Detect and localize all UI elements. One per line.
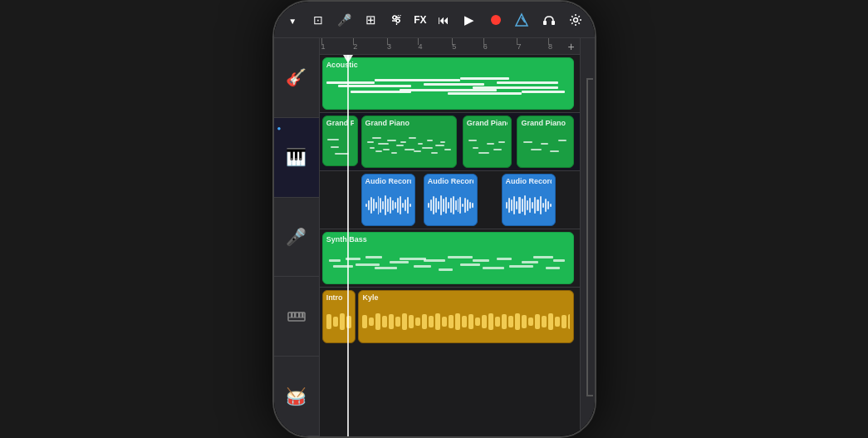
waveform-3: [506, 193, 552, 218]
play-button[interactable]: ▶: [458, 7, 482, 33]
add-track-button[interactable]: +: [565, 40, 578, 53]
ruler-mark-6: 6: [483, 38, 488, 54]
settings-svg: [568, 12, 583, 27]
timeline-area: 🎸 ● 🎹 🎤: [274, 38, 595, 436]
fx-label: FX: [414, 14, 426, 26]
mixer-button[interactable]: ⋮̈: [385, 7, 409, 33]
mic-button[interactable]: 🎤: [332, 7, 356, 33]
track-synth-bass: Synth Bass: [320, 229, 580, 288]
toolbar: ⊡ 🎤 ⊞ ⋮̈ FX ⏮: [274, 2, 595, 38]
svg-rect-14: [302, 313, 304, 317]
track-audio-content[interactable]: Audio Recorder: [320, 171, 580, 229]
track-icon-piano[interactable]: ● 🎹: [274, 118, 319, 198]
midi-notes-gp4: [521, 128, 570, 165]
grid-button[interactable]: ⊞: [358, 7, 382, 33]
clip-audio-2-content: [428, 186, 474, 224]
play-icon: ▶: [464, 12, 474, 27]
clip-grand-piano-left-label[interactable]: Grand Piano: [322, 116, 359, 166]
metronome-button[interactable]: [509, 7, 533, 33]
clip-intro-content: [326, 303, 352, 341]
ruler-mark-2: 2: [353, 38, 357, 54]
ruler-mark-1: 1: [321, 38, 326, 54]
svg-rect-13: [298, 313, 301, 317]
clip-acoustic-content: [326, 70, 571, 107]
clip-audio-3-label: Audio Recorder: [506, 176, 552, 186]
selected-indicator: ●: [277, 125, 282, 132]
clip-acoustic-label: Acoustic: [326, 60, 571, 70]
clip-grand-piano-main[interactable]: Grand Piano: [361, 116, 458, 168]
mic-icon: 🎤: [337, 13, 351, 27]
track-icon-acoustic[interactable]: 🎸: [274, 38, 319, 118]
clip-audio-3[interactable]: Audio Recorder: [502, 174, 557, 226]
svg-rect-12: [294, 313, 297, 317]
clip-audio-1[interactable]: Audio Recorder: [361, 174, 416, 226]
settings-button[interactable]: [563, 7, 587, 33]
clip-audio-2-label: Audio Recorder: [428, 176, 474, 186]
svg-marker-4: [516, 14, 527, 26]
track-grand-piano-content[interactable]: Grand Piano Grand Piano: [320, 113, 580, 170]
ruler-marks: 1 2 3 4 5 6 7 8: [320, 38, 580, 54]
bracket-line: [586, 78, 588, 396]
clip-drums-kyle[interactable]: Kyle: [358, 290, 574, 343]
clip-audio-2[interactable]: Audio Recorder: [424, 174, 478, 226]
clip-label-grand-piano-1: Grand Piano: [326, 118, 355, 128]
ruler-mark-7: 7: [517, 38, 521, 54]
midi-notes-synth: [326, 244, 571, 282]
svg-point-3: [396, 19, 400, 22]
midi-notes-gp2: [365, 128, 454, 165]
track-acoustic: Acoustic: [320, 55, 580, 113]
dropdown-button[interactable]: [281, 7, 305, 33]
track-grand-piano: Grand Piano Grand Piano: [320, 113, 580, 171]
midi-notes-gp1: [326, 128, 355, 164]
screen: ⊡ 🎤 ⊞ ⋮̈ FX ⏮: [274, 2, 595, 436]
clip-drums-intro-label: Intro: [326, 293, 352, 303]
clip-synth-bass[interactable]: Synth Bass: [322, 232, 575, 284]
phone-frame: ⊡ 🎤 ⊞ ⋮̈ FX ⏮: [272, 0, 596, 438]
drums-icon: 🥁: [286, 386, 306, 406]
clip-grand-piano-3[interactable]: Grand Piano: [463, 116, 512, 168]
track-drums-content[interactable]: Intro: [320, 288, 580, 346]
select-icon: ⊡: [313, 13, 323, 27]
rewind-button[interactable]: ⏮: [431, 7, 455, 33]
clip-synth-bass-label: Synth Bass: [326, 234, 571, 244]
ruler-mark-3: 3: [387, 38, 391, 54]
ruler-mark-5: 5: [452, 38, 456, 54]
clip-grand-piano-4[interactable]: Grand Piano: [517, 116, 574, 168]
ruler-mark-4: 4: [418, 38, 422, 54]
grid-icon: ⊞: [365, 12, 376, 27]
track-drums: Intro: [320, 288, 580, 346]
drum-pattern-intro: [326, 303, 352, 341]
svg-point-2: [393, 16, 396, 19]
track-synth-content[interactable]: Synth Bass: [320, 229, 580, 287]
dropdown-icon: [288, 12, 297, 27]
right-resize-panel[interactable]: [580, 38, 595, 436]
guitar-icon: 🎸: [286, 67, 306, 87]
select-tool-button[interactable]: ⊡: [306, 7, 331, 33]
track-icon-drums[interactable]: 🥁: [274, 357, 319, 436]
clip-audio-1-label: Audio Recorder: [365, 176, 412, 186]
tracks-container: Acoustic: [320, 55, 580, 436]
clip-label-grand-piano-4: Grand Piano: [521, 118, 570, 128]
headphones-button[interactable]: [537, 7, 562, 33]
track-audio-recorder: Audio Recorder: [320, 171, 580, 229]
waveform-2: [428, 193, 474, 218]
svg-point-8: [573, 17, 577, 22]
microphone-icon: 🎤: [286, 227, 306, 247]
record-button[interactable]: [483, 7, 508, 33]
svg-rect-11: [291, 313, 293, 317]
headphones-svg: [542, 12, 557, 27]
track-acoustic-content[interactable]: Acoustic: [320, 55, 580, 112]
clip-kyle-content: [362, 303, 570, 341]
midi-notes-gp3: [467, 128, 508, 165]
record-icon: [491, 15, 501, 25]
track-icon-mic[interactable]: 🎤: [274, 198, 319, 278]
clip-acoustic[interactable]: Acoustic: [322, 57, 575, 110]
drum-pattern-kyle: [362, 303, 570, 341]
rewind-icon: ⏮: [438, 13, 449, 27]
waveform-1: [365, 193, 412, 218]
fx-button[interactable]: FX: [410, 12, 429, 27]
clip-drums-intro[interactable]: Intro: [322, 290, 356, 343]
track-icon-synth[interactable]: [274, 277, 319, 357]
clip-label-grand-piano-3: Grand Piano: [467, 118, 508, 128]
piano-icon: 🎹: [286, 147, 306, 167]
